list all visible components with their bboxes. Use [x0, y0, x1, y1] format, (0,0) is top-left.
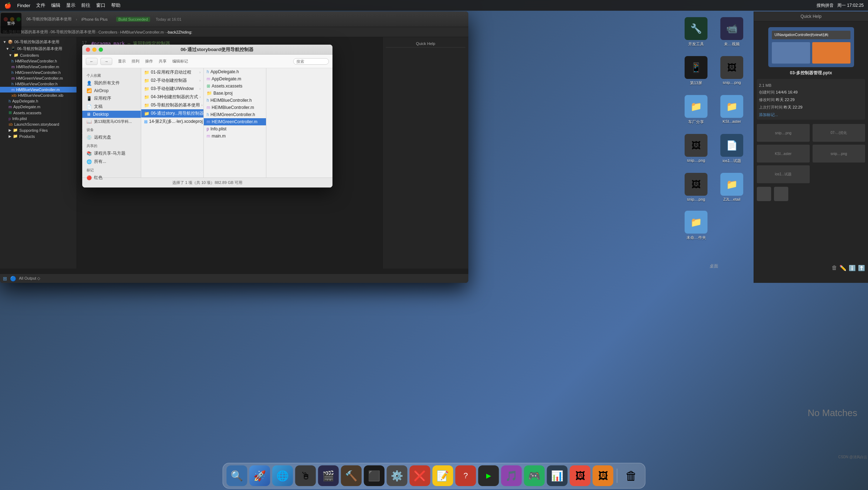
finder-close-button[interactable] — [86, 48, 90, 52]
sidebar-airdrop[interactable]: 📶 AirDrop — [82, 87, 141, 94]
file-main-m[interactable]: m main.m — [204, 132, 266, 140]
sidebar-item-hmred-h[interactable]: h HMRedViewController.h — [0, 58, 77, 64]
file-heim-green-h[interactable]: h HEIMGreenController.h — [204, 111, 266, 118]
desktop-icon-dev[interactable]: 🔧 开发工具 — [680, 17, 712, 47]
sidebar-item-supporting[interactable]: ▶ 📁 Supporting Files — [0, 127, 77, 133]
sidebar-blackhorse[interactable]: 📖 第13期黑马iOS学科... — [82, 118, 141, 125]
sidebar-item-hmgreen-h[interactable]: h HMGreenViewController.h — [0, 70, 77, 75]
menu-edit[interactable]: 编辑 — [51, 2, 60, 9]
finder-minimize-button[interactable] — [92, 48, 97, 52]
file-heim-blue-h[interactable]: h HEIMBlueController.h — [204, 97, 266, 104]
desktop-icon-snip2[interactable]: 🖼 snip....png — [680, 134, 712, 164]
sidebar-remote-disk[interactable]: 💿 远程光盘 — [82, 133, 141, 141]
file-02[interactable]: 📁 02-手动创建控制器 › — [141, 76, 203, 85]
dock-ask[interactable]: ? — [455, 465, 476, 486]
sidebar-all-shared[interactable]: 🌐 所有... — [82, 158, 141, 166]
sidebar-item-launchscreen[interactable]: sb LaunchScreen.storyboard — [0, 121, 77, 127]
file-06[interactable]: 📁 06-通过story...用导航控制器 › — [141, 109, 203, 118]
menu-go[interactable]: 前往 — [81, 2, 90, 9]
share-action[interactable]: ⬆️ — [858, 265, 865, 271]
file-heim-green-m[interactable]: m HEIMGreenController.m — [204, 118, 266, 125]
sidebar-item-hmred-m[interactable]: m HMRedViewController.m — [0, 64, 77, 70]
desktop-icon-video[interactable]: 📹 未…视频 — [716, 17, 748, 47]
breadcrumb-3[interactable]: Controllers — [98, 30, 117, 34]
breadcrumb-2[interactable]: 06-导航控制器的基本使用 — [51, 29, 96, 35]
edit-action[interactable]: ✏️ — [839, 265, 847, 271]
dock-trash[interactable]: 🗑 — [621, 465, 642, 486]
dock-img1[interactable]: 🖼 — [570, 465, 591, 486]
sidebar-all-files[interactable]: 👤 我的所有文件 — [82, 79, 141, 87]
sidebar-docs[interactable]: 📄 文稿 — [82, 102, 141, 111]
delete-action[interactable]: 🗑 — [832, 265, 837, 271]
file-base[interactable]: 📁 Base.lproj — [204, 90, 266, 97]
editor-toggle[interactable]: ⊞ — [3, 276, 7, 281]
desktop-icon-ksi[interactable]: 📁 KSI...aster — [716, 95, 748, 125]
file-appdelegate-h[interactable]: h AppDelegate.h — [204, 68, 266, 75]
dock-monitor[interactable]: 📊 — [547, 465, 568, 486]
file-01[interactable]: 📁 01-应用程序启动过程 › — [141, 68, 203, 76]
file-appdelegate-m[interactable]: m AppDelegate.m — [204, 75, 266, 82]
menu-window[interactable]: 窗口 — [96, 2, 105, 9]
dock-mouse[interactable]: 🖱 — [295, 465, 316, 486]
desktop-icon-unnamed[interactable]: 📁 未命…件夹 — [680, 211, 712, 240]
finder-maximize-button[interactable] — [99, 48, 103, 52]
finder-search-input[interactable] — [293, 58, 329, 65]
sidebar-item-hmblue-m[interactable]: m HMBlueViewController.m — [0, 87, 77, 92]
info-action[interactable]: ℹ️ — [849, 265, 856, 271]
sidebar-item-products[interactable]: ▶ 📁 Products — [0, 133, 77, 139]
file-assets[interactable]: ⊞ Assets.xcassets — [204, 82, 266, 90]
sidebar-item-target[interactable]: ▼ 📱 06-导航控制器的基本使用 — [0, 45, 77, 52]
desktop-icon-snip1[interactable]: 🖼 snip....png — [716, 56, 748, 86]
add-tag-link[interactable]: 添加标记... — [759, 112, 863, 118]
desktop-icon-zjl[interactable]: 📁 ZJL...etail — [716, 173, 748, 201]
sidebar-item-controllers[interactable]: ▼ 📁 Controllers — [0, 52, 77, 58]
finder-back-button[interactable]: ← — [86, 58, 98, 65]
dock-safari[interactable]: 🌐 — [272, 465, 293, 486]
sidebar-course-share[interactable]: 📚 课程共享-马方题 — [82, 149, 141, 158]
menu-help[interactable]: 帮助 — [111, 2, 120, 9]
dock-launchpad[interactable]: 🚀 — [250, 465, 270, 486]
dock-finder[interactable]: 🔍 — [227, 465, 247, 486]
sidebar-apps[interactable]: 📱 应用程序 — [82, 94, 141, 102]
sidebar-item-appdelegate-h[interactable]: h AppDelegate.h — [0, 98, 77, 104]
file-04[interactable]: 📁 04-3种创建控制器的方式 › — [141, 93, 203, 101]
file-05[interactable]: 📁 05-导航控制器的基本使用 › — [141, 101, 203, 109]
dock-tools[interactable]: 🔨 — [341, 465, 362, 486]
sidebar-item-appdelegate-m[interactable]: m AppDelegate.m — [0, 104, 77, 110]
sidebar-item-hmgreen-m[interactable]: m HMGreenViewController.m — [0, 75, 77, 81]
sidebar-desktop[interactable]: 🖥 Desktop — [82, 111, 141, 118]
sidebar-item-hmblue-xib[interactable]: xib HMBlueViewController.xib — [0, 92, 77, 98]
dock-music[interactable]: 🎵 — [501, 465, 522, 486]
dock-game[interactable]: 🎮 — [524, 465, 545, 486]
sidebar-item-hmblue-h[interactable]: h HMBlueViewController.h — [0, 81, 77, 87]
apple-menu[interactable]: 🍎 — [4, 2, 11, 9]
dock-notes[interactable]: 📝 — [433, 465, 453, 486]
sidebar-item-project[interactable]: ▼ 📦 06-导航控制器的基本使用 — [0, 39, 77, 45]
input-method[interactable]: 搜狗拼音 — [817, 2, 834, 9]
app-name[interactable]: Finder — [17, 3, 30, 8]
file-14[interactable]: ⊠ 14-第2天(多...·ler).xcodeproj — [141, 118, 203, 126]
sidebar-red-tag[interactable]: 🔴 红色 — [82, 174, 141, 182]
menu-view[interactable]: 显示 — [66, 2, 75, 9]
desktop-icon-snip3[interactable]: 🖼 snip....png — [680, 173, 712, 201]
file-03[interactable]: 📁 03-手动创建UIWindow › — [141, 85, 203, 93]
dock-settings[interactable]: ⚙️ — [387, 465, 408, 486]
desktop-icon-car[interactable]: 📁 车厂分享 — [680, 95, 712, 125]
dock-iterm[interactable]: ▶ — [478, 465, 499, 486]
menu-file[interactable]: 文件 — [36, 2, 45, 9]
dock-terminal[interactable]: ⬛ — [364, 465, 385, 486]
breadcrumb-5[interactable]: -back2Zhiding: — [167, 30, 192, 34]
sidebar-item-assets[interactable]: ⊞ Assets.xcassets — [0, 110, 77, 116]
dock-xmind[interactable]: ❌ — [410, 465, 430, 486]
debug-toggle[interactable]: 🔵 — [10, 276, 16, 281]
dock-img2[interactable]: 🖼 — [593, 465, 613, 486]
file-heim-blue-m[interactable]: m HEIMBlueController.m — [204, 104, 266, 111]
finder-forward-button[interactable]: → — [100, 58, 112, 65]
breadcrumb-4[interactable]: HMBlueViewController.m — [120, 30, 164, 34]
file-info-plist[interactable]: p Info.plist — [204, 125, 266, 132]
sidebar-item-infoplist[interactable]: p Info.plist — [0, 116, 77, 121]
desktop-icon-ios[interactable]: 📄 ios1...试题 — [716, 134, 748, 164]
output-label[interactable]: All Output ◇ — [19, 276, 40, 281]
dock-video[interactable]: 🎬 — [318, 465, 339, 486]
desktop-icon-phone[interactable]: 📱 第13屏 — [680, 56, 712, 86]
